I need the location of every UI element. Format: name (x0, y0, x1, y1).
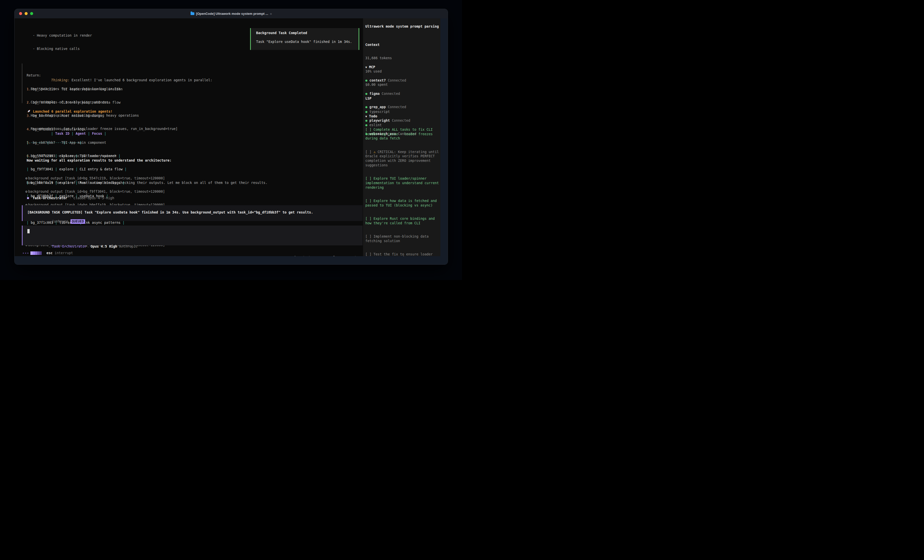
spinner-trail (23, 253, 28, 254)
session-title: Ultrawork mode system prompt parsing (365, 24, 439, 29)
list-number: 2. (27, 100, 33, 104)
app-version-footer: ● OpenCode 1.0.152 (365, 251, 423, 256)
thinking-label: Thinking: (51, 78, 69, 82)
tab-key-label: switch agent (298, 255, 323, 256)
status-bar-right: tab switch agent ctrl+p commands (270, 251, 358, 256)
terminal-content: - Heavy computation in render - Blocking… (15, 18, 448, 265)
table-row: | bg_5547c219 | explore | TUI loader/spi… (27, 154, 126, 158)
terminal-window: [OpenCode] Ultrawork mode system prompt … (14, 9, 448, 265)
thinking-block-bar (22, 63, 22, 103)
window-titlebar[interactable]: [OpenCode] Ultrawork mode system prompt … (15, 9, 448, 19)
text-cursor (27, 229, 30, 233)
checkbox-icon: [ ] (365, 150, 371, 154)
app-version: 1.0.152 (408, 255, 423, 256)
table-header: Agent (76, 132, 86, 135)
todo-item: [ ] ⚠ CRITICAL: Keep iterating until Ora… (365, 150, 440, 168)
gear-icon: ⚙ (26, 189, 27, 193)
chat-log[interactable]: - Heavy computation in render - Blocking… (15, 18, 363, 256)
window-title: [OpenCode] Ultrawork mode system prompt … (196, 12, 268, 16)
checkbox-icon: [ ] (365, 199, 371, 203)
agent-name: Task-Orchestrator (33, 196, 67, 201)
chevron-down-icon: ▼ (365, 66, 367, 69)
rocket-icon (27, 109, 31, 114)
app-name: Open (390, 255, 398, 256)
notification-toast[interactable]: Background Task Completed Task "Explore … (250, 28, 359, 50)
todo-item: [ ] Explore Rust core bindings and how t… (365, 217, 440, 226)
context-heading: Context (365, 43, 392, 47)
agent-model: claude-opus-4-5-high (74, 196, 114, 201)
ctrlp-key-label: commands (342, 255, 358, 256)
input-agent-name: Task-Orchestrator (52, 244, 87, 249)
todo-section: ▼ Todo [ ] Complete ALL tasks to fix CLI… (365, 105, 440, 256)
tool-result-line (27, 60, 177, 64)
gear-icon: ⚙ (26, 176, 27, 180)
desktop: [OpenCode] Ultrawork mode system prompt … (0, 0, 462, 280)
mcp-heading[interactable]: ▼ MCP (365, 65, 416, 69)
thinking-item: bg_f9ff3041 - CLI entry point and data f… (33, 100, 120, 104)
lsp-heading: LSP (365, 96, 390, 101)
waiting-line: Now waiting for all exploration results … (27, 158, 171, 163)
thinking-item: bg_b0effa19 - Rust native bindings (33, 114, 102, 118)
table-header-row: | Task ID | Agent | Focus | (27, 127, 126, 132)
checkbox-icon: [ ] (365, 177, 371, 180)
tool-result-line: - Blocking native calls (27, 46, 177, 51)
notification-title: Background Task Completed (256, 31, 307, 35)
app-name-bold: Code (398, 255, 406, 256)
esc-key-hint: esc (46, 251, 52, 255)
agent-header: Task-Orchestrator · claude-opus-4-5-high (27, 196, 114, 201)
status-dot-icon: ● (365, 78, 368, 82)
separator-dot: · (69, 196, 71, 201)
tool-result-line: - Heavy computation in render (27, 33, 177, 38)
table-header: Task ID (55, 132, 69, 135)
username: junhoyeo (52, 219, 68, 223)
status-badge: QUEUED (70, 219, 86, 224)
input-model-name: Opus 4.5 High (91, 244, 117, 249)
thinking-intro: Excellent! I've launched 6 background ex… (69, 78, 212, 82)
notification-body: Task "Explore useData hook" finished in … (256, 40, 352, 44)
tab-key-hint: tab (291, 255, 297, 256)
checkbox-icon: [ ] (365, 234, 371, 238)
circle-icon: ○ (270, 12, 272, 16)
list-number: 1. (27, 87, 33, 91)
todo-item: [ ] Explore how data is fetched and pass… (365, 199, 440, 208)
todo-item: [ ] Explore TUI loader/spinner implement… (365, 177, 440, 190)
spinner-icon (30, 252, 42, 255)
background-task-text: [BACKGROUND TASK COMPLETED] Task "Explor… (27, 210, 313, 215)
background-task-message: [BACKGROUND TASK COMPLETED] Task "Explor… (22, 205, 363, 221)
chevron-down-icon: ▼ (365, 115, 367, 118)
folder-icon (190, 12, 194, 15)
prompt-input[interactable]: Task-Orchestrator Opus 4.5 High Anthropi… (22, 226, 363, 246)
list-number: 3. (27, 114, 33, 118)
input-provider: Anthropic (119, 244, 138, 249)
checkbox-icon: [ ] (365, 127, 371, 132)
todo-item: [ ] Implement non-blocking data fetching… (365, 234, 440, 243)
agent-icon (27, 197, 29, 199)
thinking-item: bg_5547c219 - TUI loader/spinner explora… (33, 87, 123, 91)
checkbox-icon: [ ] (365, 217, 371, 220)
sidebar: Ultrawork mode system prompt parsing Con… (363, 18, 440, 256)
tool-call: background_output [task_id=bg_f9ff3041, … (28, 189, 165, 193)
tool-call: background_output [task_id=bg_5547c219, … (28, 176, 165, 180)
table-header: Focus (92, 132, 102, 135)
table-separator-row: |---------|-------|-------| (27, 141, 126, 145)
status-bar-left: esc interrupt (23, 251, 73, 255)
mcp-item: ● context7 Connected (365, 78, 416, 83)
ctrlp-key-hint: ctrl+p (327, 255, 339, 256)
warning-icon: ⚠ (374, 150, 376, 154)
todo-item: [ ] Complete ALL tasks to fix CLI loader… (365, 127, 440, 141)
todo-heading[interactable]: ▼ Todo (365, 114, 440, 119)
announcement-text: Launched 6 parallel exploration agents! (33, 109, 112, 114)
esc-key-label: interrupt (55, 251, 73, 255)
announcement-line: Launched 6 parallel exploration agents! (27, 109, 112, 114)
